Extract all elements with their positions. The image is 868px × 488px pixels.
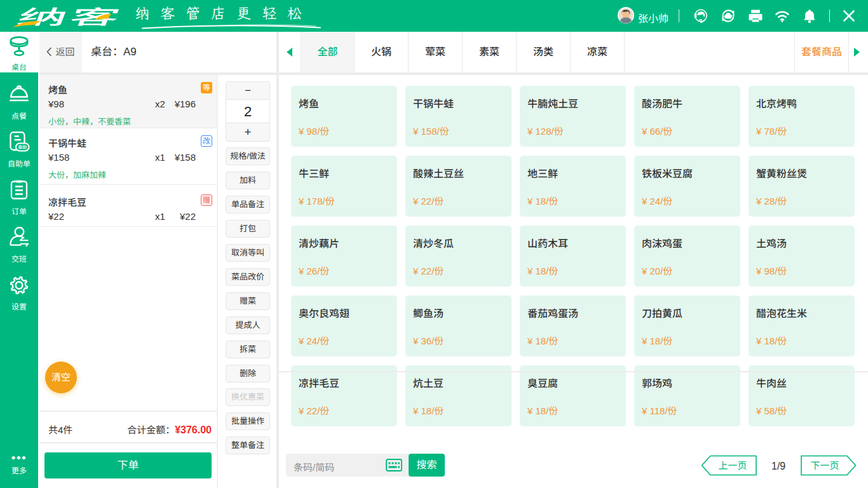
svg-text:自助: 自助 xyxy=(18,144,27,150)
svg-text:上一页: 上一页 xyxy=(718,458,747,471)
svg-text:下一页: 下一页 xyxy=(810,458,839,471)
